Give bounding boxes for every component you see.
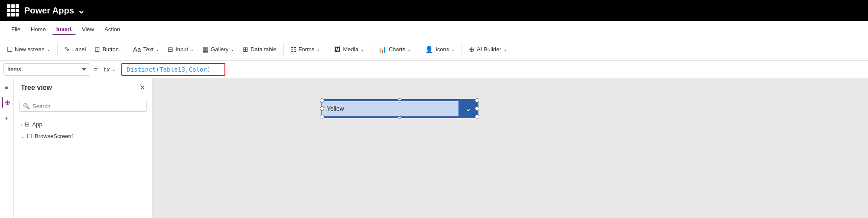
formula-text: Distinct(Table13,Color) [127, 66, 211, 73]
data-table-label: Data table [250, 46, 276, 53]
ai-builder-chevron-icon: ⌄ [504, 47, 507, 52]
charts-button[interactable]: 📊 Charts ⌄ [375, 44, 414, 55]
title-chevron-icon[interactable]: ⌄ [78, 5, 85, 16]
gallery-icon: ▦ [202, 46, 208, 53]
app-title: Power Apps ⌄ [24, 5, 85, 16]
ai-builder-button[interactable]: ⊕ AI Builder ⌄ [465, 44, 510, 55]
separator-2 [126, 43, 126, 56]
separator-5 [371, 43, 371, 56]
left-strip: ≡ ⊕ + [0, 78, 14, 218]
menu-bar: File Home Insert View Action [0, 21, 868, 38]
app-chevron-icon: › [21, 122, 22, 127]
tree-item-app[interactable]: › ⊞ App [14, 119, 152, 130]
label-icon: ✎ [65, 46, 70, 53]
main-area: ≡ ⊕ + Tree view ✕ 🔍 › ⊞ App ⌄ ☐ BrowseSc… [0, 78, 868, 218]
fx-label: f [104, 66, 105, 73]
fx-button[interactable]: fx ⌄ [101, 65, 118, 74]
handle-top-right[interactable] [475, 98, 479, 102]
menu-file[interactable]: File [7, 24, 25, 34]
text-icon: Aa [133, 46, 141, 53]
hamburger-button[interactable]: ≡ [2, 82, 12, 92]
icons-button[interactable]: 👤 Icons ⌄ [422, 44, 458, 55]
media-chevron-icon: ⌄ [361, 47, 364, 52]
handle-top-left[interactable] [320, 98, 324, 102]
input-icon: ⊟ [168, 46, 173, 53]
button-label: Button [102, 46, 119, 53]
menu-action[interactable]: Action [100, 24, 124, 34]
new-screen-label: New screen [15, 46, 45, 53]
browse-screen-icon: ☐ [27, 133, 32, 139]
input-button[interactable]: ⊟ Input ⌄ [164, 44, 197, 55]
forms-label: Forms [299, 46, 315, 53]
gallery-button[interactable]: ▦ Gallery ⌄ [199, 44, 237, 55]
input-label: Input [176, 46, 188, 53]
menu-home[interactable]: Home [26, 24, 50, 34]
menu-insert[interactable]: Insert [52, 24, 76, 35]
charts-chevron-icon: ⌄ [407, 47, 411, 52]
separator-4 [327, 43, 327, 56]
separator-6 [418, 43, 418, 56]
button-button[interactable]: ⊡ Button [91, 44, 122, 55]
dropdown-value: Yellow [322, 100, 458, 117]
charts-icon: 📊 [378, 46, 387, 53]
data-table-button[interactable]: ⊞ Data table [239, 44, 280, 55]
charts-label: Charts [389, 46, 405, 53]
text-button[interactable]: Aa Text ⌄ [130, 44, 163, 55]
toolbar: ☐ New screen ⌄ ✎ Label ⊡ Button Aa Text … [0, 38, 868, 61]
data-table-icon: ⊞ [243, 46, 248, 53]
formula-bar: Items = fx ⌄ Distinct(Table13,Color) [0, 61, 868, 78]
tree-close-button[interactable]: ✕ [140, 83, 145, 92]
tree-item-browse-screen[interactable]: ⌄ ☐ BrowseScreen1 [14, 130, 152, 142]
separator-7 [462, 43, 462, 56]
tree-header: Tree view ✕ [14, 78, 152, 97]
separator-1 [57, 43, 58, 56]
tree-panel: Tree view ✕ 🔍 › ⊞ App ⌄ ☐ BrowseScreen1 [14, 78, 153, 218]
search-input[interactable] [33, 103, 143, 109]
property-select[interactable]: Items [3, 63, 90, 76]
input-chevron-icon: ⌄ [190, 47, 194, 52]
handle-bot-mid[interactable] [397, 115, 402, 119]
handle-bot-left[interactable] [320, 115, 324, 119]
app-name-label: Power Apps [24, 6, 74, 16]
separator-3 [283, 43, 284, 56]
text-chevron-icon: ⌄ [156, 47, 159, 52]
ai-builder-icon: ⊕ [469, 46, 475, 53]
label-label: Label [72, 46, 86, 53]
text-label: Text [143, 46, 153, 53]
gallery-label: Gallery [211, 46, 228, 53]
tree-content: › ⊞ App ⌄ ☐ BrowseScreen1 [14, 115, 152, 145]
forms-button[interactable]: ☷ Forms ⌄ [287, 44, 324, 55]
search-icon: 🔍 [23, 103, 30, 109]
label-button[interactable]: ✎ Label [61, 44, 90, 55]
forms-chevron-icon: ⌄ [316, 47, 320, 52]
button-icon: ⊡ [94, 46, 100, 53]
gallery-chevron-icon: ⌄ [231, 47, 234, 52]
tree-search-box[interactable]: 🔍 [19, 101, 147, 112]
media-button[interactable]: 🖼 Media ⌄ [331, 44, 367, 55]
fx-chevron-icon: ⌄ [112, 67, 115, 72]
media-label: Media [343, 46, 358, 53]
canvas: Yellow ⌄ [153, 78, 868, 218]
equals-sign: = [94, 66, 98, 73]
handle-mid-left[interactable] [320, 106, 324, 111]
dropdown-widget[interactable]: Yellow ⌄ [317, 96, 482, 122]
formula-input-wrapper[interactable]: Distinct(Table13,Color) [121, 63, 225, 76]
icons-chevron-icon: ⌄ [451, 47, 455, 52]
app-item-icon: ⊞ [25, 121, 29, 128]
media-icon: 🖼 [334, 46, 341, 53]
new-screen-button[interactable]: ☐ New screen ⌄ [3, 44, 54, 55]
handle-bot-right[interactable] [475, 115, 479, 119]
waffle-icon[interactable] [7, 4, 19, 17]
new-screen-chevron-icon: ⌄ [47, 47, 50, 52]
menu-view[interactable]: View [78, 24, 98, 34]
handle-mid-right[interactable] [475, 106, 479, 111]
tree-title: Tree view [21, 84, 52, 92]
layers-button[interactable]: ⊕ [2, 97, 12, 108]
forms-icon: ☷ [291, 46, 296, 53]
browse-chevron-icon: ⌄ [21, 134, 24, 139]
plus-button[interactable]: + [2, 113, 12, 123]
app-item-label: App [32, 121, 42, 128]
icons-label: Icons [436, 46, 449, 53]
new-screen-icon: ☐ [7, 46, 13, 53]
icons-icon: 👤 [425, 46, 433, 53]
